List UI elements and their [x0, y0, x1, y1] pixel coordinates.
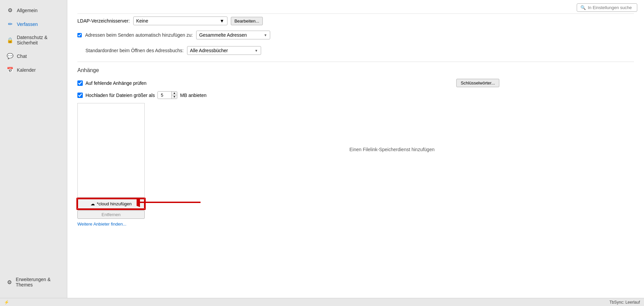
weitere-anbieter-link[interactable]: Weitere Anbieter finden...	[77, 222, 145, 227]
compose-icon: ✏	[7, 21, 13, 27]
sidebar-item-label: Erweiterungen & Themes	[16, 277, 60, 287]
sidebar: ⚙ Allgemein ✏ Verfassen 🔒 Datenschutz & …	[0, 0, 67, 298]
cloud-add-button[interactable]: ☁ *cloud hinzufügen	[77, 199, 145, 209]
anhaenge-section-title: Anhänge	[77, 67, 634, 73]
search-container: 🔍	[577, 3, 637, 12]
gear-icon: ⚙	[7, 7, 13, 13]
sidebar-item-label: Allgemein	[17, 8, 37, 13]
dropdown-arrow-icon: ▼	[220, 18, 224, 24]
sidebar-item-label: Verfassen	[17, 22, 38, 27]
status-icon: ⚡	[4, 300, 9, 305]
search-input[interactable]	[588, 5, 632, 10]
hochladen-value-input[interactable]	[158, 92, 171, 99]
schluesselwoerter-button[interactable]: Schlüsselwörter...	[456, 79, 499, 87]
sidebar-item-datenschutz[interactable]: 🔒 Datenschutz & Sicherheit	[1, 31, 66, 49]
filelink-container: ☁ *cloud hinzufügen Entfernen Weitere An…	[77, 103, 634, 227]
standardordner-dropdown[interactable]: Alle Adressbücher ▼	[187, 46, 261, 55]
adressen-checkbox[interactable]	[77, 33, 82, 37]
ldap-label: LDAP-Verzeichnisserver:	[77, 18, 130, 24]
ldap-dropdown[interactable]: Keine ▼	[133, 16, 227, 25]
settings-section: LDAP-Verzeichnisserver: Keine ▼ Bearbeit…	[77, 13, 634, 227]
adressen-dropdown[interactable]: Gesammelte Adressen ▼	[196, 31, 270, 39]
calendar-icon: 📅	[7, 67, 13, 73]
sidebar-item-chat[interactable]: 💬 Chat	[1, 49, 66, 63]
lock-icon: 🔒	[7, 37, 13, 43]
search-box[interactable]: 🔍	[577, 3, 637, 12]
hochladen-unit-label: MB anbieten	[180, 93, 207, 98]
spin-up-button[interactable]: ▲	[172, 92, 177, 95]
filelink-list	[77, 103, 145, 197]
sidebar-item-label: Datenschutz & Sicherheit	[17, 35, 60, 45]
status-right: TbSync: Leerlauf	[609, 300, 640, 305]
anhaenge-prufen-row: Auf fehlende Anhänge prüfen	[77, 80, 454, 86]
sidebar-item-allgemein[interactable]: ⚙ Allgemein	[1, 4, 66, 17]
cloud-icon: ☁	[91, 201, 95, 206]
hochladen-row: Hochladen für Dateien größer als ▲ ▼ MB …	[77, 91, 634, 99]
anhaenge-prufen-checkbox[interactable]	[77, 80, 83, 86]
sidebar-item-label: Chat	[17, 54, 27, 59]
standardordner-label: Standardordner beim Öffnen des Adressbuc…	[85, 48, 184, 53]
cloud-add-label: *cloud hinzufügen	[97, 201, 132, 206]
adressen-label: Adressen beim Senden automatisch hinzufü…	[85, 32, 193, 38]
chat-icon: 💬	[7, 53, 13, 59]
ldap-row: LDAP-Verzeichnisserver: Keine ▼ Bearbeit…	[77, 13, 634, 25]
entfernen-button[interactable]: Entfernen	[77, 210, 145, 219]
filelink-message: Einen Filelink-Speicherdienst hinzufügen	[150, 106, 634, 152]
status-left: ⚡	[4, 300, 9, 305]
sidebar-item-label: Kalender	[17, 67, 36, 73]
dropdown-arrow-icon: ▼	[255, 49, 258, 53]
sidebar-item-kalender[interactable]: 📅 Kalender	[1, 63, 66, 76]
hochladen-number-input[interactable]: ▲ ▼	[157, 91, 177, 99]
standardordner-row: Standardordner beim Öffnen des Adressbuc…	[77, 45, 634, 56]
adressen-dropdown-value: Gesammelte Adressen	[199, 32, 247, 38]
search-icon: 🔍	[580, 5, 586, 10]
hochladen-label: Hochladen für Dateien größer als	[85, 93, 155, 98]
hochladen-checkbox[interactable]	[77, 93, 83, 98]
main-content: 🔍 LDAP-Verzeichnisserver: Keine ▼ Bearbe…	[67, 0, 644, 298]
dropdown-arrow-icon: ▼	[264, 33, 267, 37]
sidebar-item-verfassen[interactable]: ✏ Verfassen	[1, 18, 66, 31]
anhaenge-prufen-label: Auf fehlende Anhänge prüfen	[85, 80, 146, 86]
standardordner-dropdown-value: Alle Adressbücher	[190, 48, 228, 53]
adressen-row: Adressen beim Senden automatisch hinzufü…	[77, 29, 634, 41]
red-arrow-annotation	[137, 194, 204, 211]
spinners: ▲ ▼	[171, 92, 177, 99]
spin-down-button[interactable]: ▼	[172, 95, 177, 99]
ldap-bearbeiten-button[interactable]: Bearbeiten...	[231, 17, 263, 25]
ldap-dropdown-value: Keine	[136, 18, 148, 24]
status-bar: ⚡ TbSync: Leerlauf	[0, 298, 644, 306]
extensions-icon: ⚙	[7, 279, 12, 285]
section-divider	[77, 62, 634, 62]
sidebar-item-erweiterungen[interactable]: ⚙ Erweiterungen & Themes	[1, 273, 66, 291]
